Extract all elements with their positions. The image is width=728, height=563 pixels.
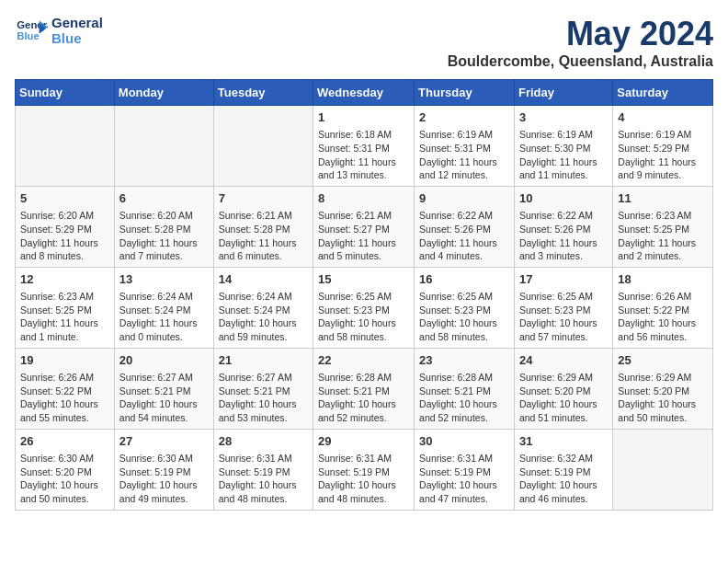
calendar-cell: 2Sunrise: 6:19 AM Sunset: 5:31 PM Daylig… (415, 106, 515, 187)
calendar-cell: 5Sunrise: 6:20 AM Sunset: 5:29 PM Daylig… (16, 186, 115, 267)
calendar-cell: 17Sunrise: 6:25 AM Sunset: 5:23 PM Dayli… (514, 267, 612, 348)
day-info: Sunrise: 6:31 AM Sunset: 5:19 PM Dayligh… (318, 452, 409, 506)
calendar-cell: 9Sunrise: 6:22 AM Sunset: 5:26 PM Daylig… (415, 186, 515, 267)
calendar-cell: 26Sunrise: 6:30 AM Sunset: 5:20 PM Dayli… (16, 429, 115, 510)
day-info: Sunrise: 6:19 AM Sunset: 5:29 PM Dayligh… (618, 128, 708, 182)
day-info: Sunrise: 6:19 AM Sunset: 5:31 PM Dayligh… (419, 128, 509, 182)
day-info: Sunrise: 6:21 AM Sunset: 5:28 PM Dayligh… (219, 209, 308, 263)
calendar-cell: 31Sunrise: 6:32 AM Sunset: 5:19 PM Dayli… (514, 429, 612, 510)
calendar-cell: 14Sunrise: 6:24 AM Sunset: 5:24 PM Dayli… (213, 267, 313, 348)
calendar-cell: 29Sunrise: 6:31 AM Sunset: 5:19 PM Dayli… (313, 429, 415, 510)
weekday-header-monday: Monday (114, 80, 213, 106)
day-info: Sunrise: 6:30 AM Sunset: 5:19 PM Dayligh… (119, 452, 209, 506)
calendar-week-5: 26Sunrise: 6:30 AM Sunset: 5:20 PM Dayli… (16, 429, 713, 510)
day-number: 21 (219, 352, 308, 369)
calendar-cell: 13Sunrise: 6:24 AM Sunset: 5:24 PM Dayli… (114, 267, 213, 348)
calendar-cell: 19Sunrise: 6:26 AM Sunset: 5:22 PM Dayli… (16, 348, 115, 429)
calendar-cell: 22Sunrise: 6:28 AM Sunset: 5:21 PM Dayli… (313, 348, 415, 429)
weekday-header-saturday: Saturday (613, 80, 713, 106)
weekday-header-tuesday: Tuesday (213, 80, 313, 106)
logo: General Blue General Blue (15, 15, 103, 46)
day-number: 31 (519, 433, 608, 450)
day-number: 29 (318, 433, 409, 450)
calendar-cell (613, 429, 713, 510)
day-number: 2 (419, 109, 509, 126)
day-number: 4 (618, 109, 708, 126)
day-info: Sunrise: 6:26 AM Sunset: 5:22 PM Dayligh… (618, 290, 708, 344)
weekday-header-friday: Friday (514, 80, 612, 106)
day-info: Sunrise: 6:25 AM Sunset: 5:23 PM Dayligh… (519, 290, 608, 344)
day-number: 16 (419, 271, 509, 288)
logo-icon: General Blue (15, 17, 48, 43)
day-info: Sunrise: 6:25 AM Sunset: 5:23 PM Dayligh… (318, 290, 409, 344)
day-number: 13 (119, 271, 209, 288)
day-info: Sunrise: 6:27 AM Sunset: 5:21 PM Dayligh… (219, 371, 308, 425)
day-info: Sunrise: 6:28 AM Sunset: 5:21 PM Dayligh… (318, 371, 409, 425)
day-number: 18 (618, 271, 708, 288)
day-number: 25 (618, 352, 708, 369)
day-info: Sunrise: 6:31 AM Sunset: 5:19 PM Dayligh… (419, 452, 509, 506)
day-info: Sunrise: 6:21 AM Sunset: 5:27 PM Dayligh… (318, 209, 409, 263)
weekday-header-sunday: Sunday (16, 80, 115, 106)
day-number: 24 (519, 352, 608, 369)
calendar-cell: 4Sunrise: 6:19 AM Sunset: 5:29 PM Daylig… (613, 106, 713, 187)
month-title: May 2024 (448, 15, 713, 53)
day-info: Sunrise: 6:24 AM Sunset: 5:24 PM Dayligh… (119, 290, 209, 344)
day-number: 20 (119, 352, 209, 369)
weekday-header-thursday: Thursday (415, 80, 515, 106)
day-info: Sunrise: 6:19 AM Sunset: 5:30 PM Dayligh… (519, 128, 608, 182)
day-info: Sunrise: 6:29 AM Sunset: 5:20 PM Dayligh… (618, 371, 708, 425)
calendar-cell: 12Sunrise: 6:23 AM Sunset: 5:25 PM Dayli… (16, 267, 115, 348)
location: Bouldercombe, Queensland, Australia (448, 53, 713, 70)
calendar-cell: 16Sunrise: 6:25 AM Sunset: 5:23 PM Dayli… (415, 267, 515, 348)
calendar-cell: 18Sunrise: 6:26 AM Sunset: 5:22 PM Dayli… (613, 267, 713, 348)
calendar-cell: 21Sunrise: 6:27 AM Sunset: 5:21 PM Dayli… (213, 348, 313, 429)
day-number: 12 (20, 271, 109, 288)
day-info: Sunrise: 6:22 AM Sunset: 5:26 PM Dayligh… (419, 209, 509, 263)
calendar-cell: 30Sunrise: 6:31 AM Sunset: 5:19 PM Dayli… (415, 429, 515, 510)
calendar-cell (114, 106, 213, 187)
calendar-cell: 24Sunrise: 6:29 AM Sunset: 5:20 PM Dayli… (514, 348, 612, 429)
logo-general: General (51, 15, 103, 30)
day-number: 11 (618, 190, 708, 207)
calendar-table: SundayMondayTuesdayWednesdayThursdayFrid… (15, 79, 713, 511)
page-header: General Blue General Blue May 2024 Bould… (15, 15, 713, 70)
day-info: Sunrise: 6:26 AM Sunset: 5:22 PM Dayligh… (20, 371, 109, 425)
day-info: Sunrise: 6:20 AM Sunset: 5:29 PM Dayligh… (20, 209, 109, 263)
calendar-cell (213, 106, 313, 187)
calendar-week-2: 5Sunrise: 6:20 AM Sunset: 5:29 PM Daylig… (16, 186, 713, 267)
svg-text:Blue: Blue (17, 30, 40, 41)
calendar-week-1: 1Sunrise: 6:18 AM Sunset: 5:31 PM Daylig… (16, 106, 713, 187)
day-info: Sunrise: 6:31 AM Sunset: 5:19 PM Dayligh… (219, 452, 308, 506)
calendar-week-4: 19Sunrise: 6:26 AM Sunset: 5:22 PM Dayli… (16, 348, 713, 429)
calendar-cell: 20Sunrise: 6:27 AM Sunset: 5:21 PM Dayli… (114, 348, 213, 429)
day-number: 1 (318, 109, 409, 126)
day-info: Sunrise: 6:29 AM Sunset: 5:20 PM Dayligh… (519, 371, 608, 425)
calendar-cell: 1Sunrise: 6:18 AM Sunset: 5:31 PM Daylig… (313, 106, 415, 187)
day-number: 22 (318, 352, 409, 369)
calendar-cell: 3Sunrise: 6:19 AM Sunset: 5:30 PM Daylig… (514, 106, 612, 187)
day-number: 28 (219, 433, 308, 450)
calendar-cell: 7Sunrise: 6:21 AM Sunset: 5:28 PM Daylig… (213, 186, 313, 267)
day-number: 10 (519, 190, 608, 207)
day-number: 7 (219, 190, 308, 207)
day-info: Sunrise: 6:27 AM Sunset: 5:21 PM Dayligh… (119, 371, 209, 425)
calendar-cell: 11Sunrise: 6:23 AM Sunset: 5:25 PM Dayli… (613, 186, 713, 267)
day-info: Sunrise: 6:23 AM Sunset: 5:25 PM Dayligh… (20, 290, 109, 344)
day-number: 6 (119, 190, 209, 207)
calendar-cell: 6Sunrise: 6:20 AM Sunset: 5:28 PM Daylig… (114, 186, 213, 267)
logo-blue: Blue (51, 30, 103, 46)
day-number: 26 (20, 433, 109, 450)
day-info: Sunrise: 6:24 AM Sunset: 5:24 PM Dayligh… (219, 290, 308, 344)
calendar-cell: 8Sunrise: 6:21 AM Sunset: 5:27 PM Daylig… (313, 186, 415, 267)
day-number: 14 (219, 271, 308, 288)
calendar-cell: 15Sunrise: 6:25 AM Sunset: 5:23 PM Dayli… (313, 267, 415, 348)
day-info: Sunrise: 6:25 AM Sunset: 5:23 PM Dayligh… (419, 290, 509, 344)
day-info: Sunrise: 6:30 AM Sunset: 5:20 PM Dayligh… (20, 452, 109, 506)
day-info: Sunrise: 6:18 AM Sunset: 5:31 PM Dayligh… (318, 128, 409, 182)
day-number: 19 (20, 352, 109, 369)
calendar-header-row: SundayMondayTuesdayWednesdayThursdayFrid… (16, 80, 713, 106)
day-number: 9 (419, 190, 509, 207)
day-number: 8 (318, 190, 409, 207)
calendar-cell (16, 106, 115, 187)
